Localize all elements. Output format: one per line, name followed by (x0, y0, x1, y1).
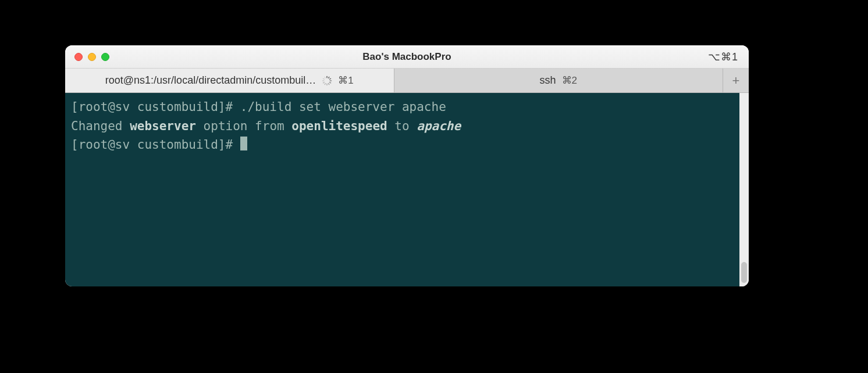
terminal-window: Bao's MacbookPro ⌥⌘1 root@ns1:/usr/local… (65, 45, 749, 286)
maximize-button[interactable] (101, 53, 109, 61)
command: ./build set webserver apache (240, 100, 446, 114)
tab-label: root@ns1:/usr/local/directadmin/custombu… (105, 74, 316, 87)
new-tab-button[interactable]: + (723, 69, 749, 92)
svg-rect-10 (323, 78, 325, 80)
prompt: [root@sv custombuild]# (71, 138, 240, 152)
scrollbar-track[interactable] (739, 93, 749, 286)
svg-rect-9 (322, 80, 325, 81)
tab-shortcut: ⌘2 (562, 74, 577, 87)
svg-rect-3 (330, 80, 332, 81)
scrollbar-thumb[interactable] (741, 262, 747, 283)
tab-bar: root@ns1:/usr/local/directadmin/custombu… (65, 69, 749, 93)
window-shortcut-indicator: ⌥⌘1 (708, 51, 749, 63)
svg-rect-7 (324, 83, 326, 85)
svg-rect-4 (329, 81, 332, 83)
titlebar[interactable]: Bao's MacbookPro ⌥⌘1 (65, 45, 749, 69)
tab-2[interactable]: ssh ⌘2 (394, 69, 724, 92)
minimize-button[interactable] (88, 53, 96, 61)
svg-rect-5 (328, 83, 330, 85)
plus-icon: + (732, 73, 740, 88)
close-button[interactable] (74, 53, 83, 61)
svg-rect-1 (328, 76, 330, 78)
svg-rect-2 (329, 78, 332, 80)
window-title: Bao's MacbookPro (65, 51, 749, 63)
tab-label: ssh (540, 74, 556, 87)
svg-rect-8 (323, 81, 325, 83)
traffic-lights (65, 53, 109, 61)
prompt-line-1: [root@sv custombuild]# ./build set webse… (71, 100, 446, 114)
svg-rect-6 (326, 83, 328, 85)
cursor (240, 137, 247, 150)
svg-rect-11 (324, 76, 326, 78)
prompt-line-2: [root@sv custombuild]# (71, 138, 247, 152)
loading-spinner-icon (322, 76, 332, 86)
terminal-content[interactable]: [root@sv custombuild]# ./build set webse… (65, 93, 739, 286)
terminal-wrap: [root@sv custombuild]# ./build set webse… (65, 93, 749, 286)
prompt: [root@sv custombuild]# (71, 100, 240, 114)
svg-rect-0 (326, 76, 328, 78)
tab-1[interactable]: root@ns1:/usr/local/directadmin/custombu… (65, 69, 394, 92)
tab-shortcut: ⌘1 (338, 74, 353, 87)
output-line: Changed webserver option from openlitesp… (71, 119, 461, 133)
